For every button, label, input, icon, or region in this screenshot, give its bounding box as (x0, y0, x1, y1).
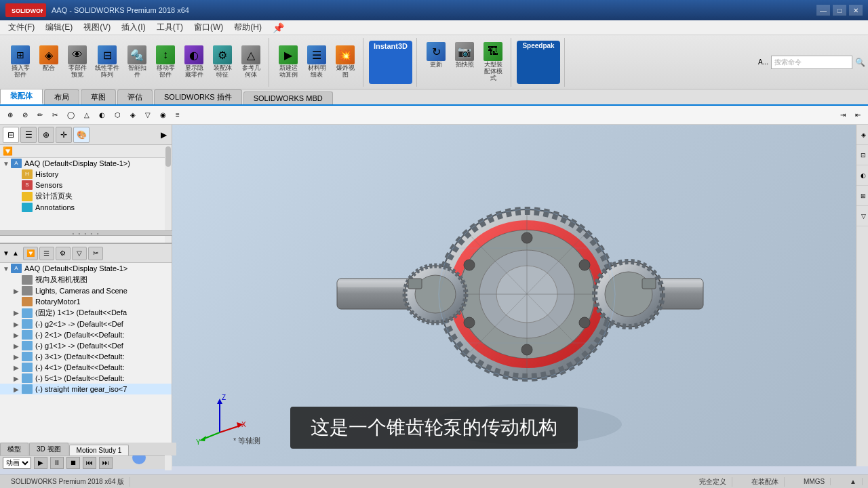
tree-item-sensors[interactable]: S Sensors (0, 180, 172, 190)
part1-expand[interactable]: ▶ (14, 309, 22, 317)
menu-edit[interactable]: 编辑(E) (40, 20, 78, 35)
item5-expand[interactable]: ▶ (14, 375, 22, 382)
reference-geo-btn[interactable]: △ 参考几何体 (237, 44, 264, 80)
prev-btn[interactable]: ⏮ (83, 457, 96, 469)
menu-tools[interactable]: 工具(T) (151, 20, 189, 35)
panel-divider[interactable]: • • • • • (0, 230, 172, 236)
sec-icon-10[interactable]: ▽ (140, 109, 155, 121)
linear-pattern-btn[interactable]: ⊟ 线性零件阵列 (92, 44, 122, 80)
sec-icon-8[interactable]: ⬡ (110, 109, 125, 121)
status-arrow[interactable]: ▲ (844, 478, 863, 485)
sec-icon-4[interactable]: ✂ (47, 109, 62, 121)
motion-type-select[interactable]: 动画 (3, 457, 31, 469)
sec-icon-1[interactable]: ⊕ (3, 109, 18, 121)
g1-expand[interactable]: ▶ (14, 342, 22, 350)
large-assembly-btn[interactable]: 🏗 大型装配体模式 (479, 41, 507, 83)
tree-root-item[interactable]: ▼ A AAQ (Default<Display State-1>) (0, 158, 172, 169)
vc-btn-3[interactable]: ◐ (856, 165, 868, 186)
sec-icon-2[interactable]: ⊘ (18, 109, 33, 121)
sec-icon-3[interactable]: ✏ (33, 109, 47, 121)
lp-tab-appearance[interactable]: 🎨 (73, 127, 90, 143)
motion-item-g1[interactable]: ▶ (-) g1<1> -> (Default<<Def (0, 340, 172, 351)
search-box[interactable]: 搜索命令 (771, 56, 852, 69)
window-controls[interactable]: — □ ✕ (816, 5, 863, 16)
maximize-btn[interactable]: □ (833, 5, 846, 16)
expand-left-icon[interactable]: ⇥ (835, 109, 850, 121)
motion-item-lights[interactable]: ▶ Lights, Cameras and Scene (0, 285, 172, 296)
explode-btn[interactable]: 💥 爆炸视图 (332, 44, 359, 80)
sec-icon-6[interactable]: △ (79, 109, 94, 121)
lp-tab-display[interactable]: ✛ (56, 127, 72, 143)
btab-3dview[interactable]: 3D 视图 (29, 443, 68, 455)
lp-tab-feature-tree[interactable]: ⊟ (3, 127, 19, 143)
motion-expand-arrow[interactable]: ▼ (3, 249, 9, 257)
tree-item-history[interactable]: H History (0, 169, 172, 180)
lp-tab-property[interactable]: ☰ (20, 127, 37, 143)
collapse-right-icon[interactable]: ⇤ (850, 109, 865, 121)
vc-btn-2[interactable]: ⊡ (856, 145, 868, 165)
sec-icon-12[interactable]: ≡ (171, 109, 184, 121)
motion-item-2[interactable]: ▶ (-) 2<1> (Default<<Default: (0, 329, 172, 340)
play-btn[interactable]: ▶ (34, 457, 47, 469)
motion-item-3[interactable]: ▶ (-) 3<1> (Default<<Default: (0, 351, 172, 362)
motion-root-expand[interactable]: ▼ (3, 265, 11, 272)
motion-item-4[interactable]: ▶ (-) 4<1> (Default<<Default: (0, 362, 172, 373)
tree-item-design-binder[interactable]: 设计活页夹 (0, 190, 172, 202)
btab-motion-study[interactable]: Motion Study 1 (69, 445, 130, 455)
motion-item-part1[interactable]: ▶ (固定) 1<1> (Default<<Defa (0, 307, 172, 319)
tab-sketch[interactable]: 草图 (81, 89, 116, 104)
motion-cut-btn[interactable]: ✂ (88, 247, 103, 260)
vc-btn-5[interactable]: ▽ (856, 206, 868, 226)
item3-expand[interactable]: ▶ (14, 353, 22, 361)
sec-icon-5[interactable]: ◯ (62, 109, 79, 121)
g2-expand[interactable]: ▶ (14, 321, 22, 328)
root-expand-arrow[interactable]: ▼ (3, 160, 11, 167)
tab-sw-plugin[interactable]: SOLIDWORKS 插件 (154, 89, 242, 104)
motion-item-rotarymotor[interactable]: RotaryMotor1 (0, 296, 172, 307)
minimize-btn[interactable]: — (816, 5, 830, 16)
close-btn[interactable]: ✕ (849, 5, 863, 16)
miter-expand[interactable]: ▶ (14, 386, 22, 393)
menu-help[interactable]: 帮助(H) (229, 20, 267, 35)
pin-icon[interactable]: 📌 (273, 22, 284, 33)
move-component-btn[interactable]: ↕ 移动零部件 (152, 44, 179, 80)
motion-settings-btn[interactable]: ⚙ (56, 247, 71, 260)
show-hide-btn[interactable]: ◐ 显示隐藏零件 (180, 44, 208, 80)
speedpak-btn[interactable]: Speedpak (517, 41, 560, 84)
stop-btn[interactable]: ⏹ (66, 457, 80, 469)
component-preview-btn[interactable]: 👁 零部件预览 (64, 44, 91, 80)
motion-filter-btn[interactable]: 🔽 (23, 247, 38, 260)
motion-item-camview[interactable]: 视向及相机视图 (0, 274, 172, 285)
sec-icon-9[interactable]: ◈ (125, 109, 140, 121)
tree-item-annotations[interactable]: Annotations (0, 202, 172, 213)
lp-expand-btn[interactable]: ▶ (158, 129, 169, 140)
tab-layout[interactable]: 布局 (44, 89, 79, 104)
motion-panel-arrow2[interactable]: ▲ (12, 249, 19, 257)
mate-btn[interactable]: ◈ 配合 (35, 44, 62, 80)
motion-table-btn[interactable]: ☰ (39, 247, 54, 260)
sec-icon-7[interactable]: ◐ (94, 109, 110, 121)
filter-icon[interactable]: 🔽 (3, 146, 13, 156)
tab-evaluate[interactable]: 评估 (117, 89, 153, 104)
bom-btn[interactable]: ☰ 材料明细表 (303, 44, 330, 80)
update-btn[interactable]: ↻ 更新 (422, 41, 450, 83)
motion-item-5[interactable]: ▶ (-) 5<1> (Default<<Default: (0, 373, 172, 384)
next-btn[interactable]: ⏭ (99, 457, 113, 469)
menu-insert[interactable]: 插入(I) (116, 20, 151, 35)
item2-expand[interactable]: ▶ (14, 331, 22, 339)
pause-btn[interactable]: ⏸ (50, 457, 64, 469)
motion-item-miter[interactable]: ▶ (-) straight miter gear_iso<7 (0, 384, 172, 394)
insert-component-btn[interactable]: ⊞ 插入零部件 (7, 44, 34, 80)
item4-expand[interactable]: ▶ (14, 364, 22, 371)
btab-model[interactable]: 模型 (0, 443, 28, 455)
menu-window[interactable]: 窗口(W) (189, 20, 229, 35)
smart-fastener-btn[interactable]: 🔩 智能扣件 (123, 44, 151, 80)
motion-item-g2[interactable]: ▶ (-) g2<1> -> (Default<<Def (0, 319, 172, 329)
new-motion-btn[interactable]: ▶ 新建运动算例 (275, 44, 302, 80)
motion-root-item[interactable]: ▼ A AAQ (Default<Display State-1> (0, 263, 172, 274)
snapshot-btn[interactable]: 📷 拍快照 (451, 41, 478, 83)
menu-file[interactable]: 文件(F) (3, 20, 40, 35)
sec-icon-11[interactable]: ◉ (155, 109, 171, 121)
tab-mbd[interactable]: SOLIDWORKS MBD (243, 92, 333, 104)
search-icon[interactable]: 🔍 (855, 58, 865, 67)
